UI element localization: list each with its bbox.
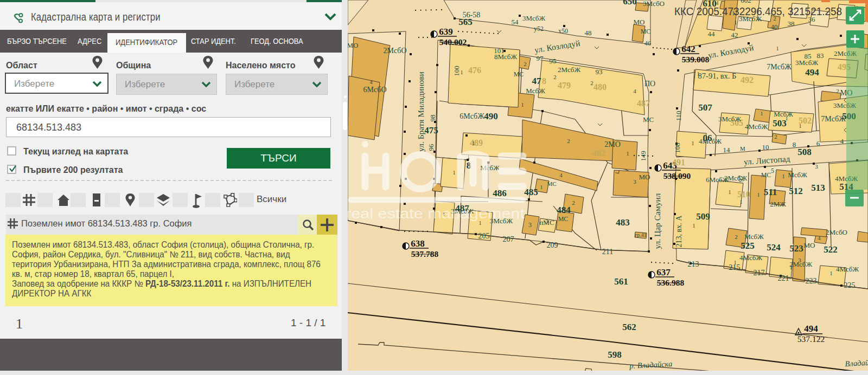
svg-text:2: 2 (572, 199, 575, 206)
svg-text:44: 44 (708, 30, 716, 38)
svg-text:42: 42 (731, 31, 738, 39)
svg-text:6МсбЖ: 6МсбЖ (459, 112, 484, 120)
svg-text:487: 487 (637, 99, 650, 108)
svg-text:2: 2 (524, 61, 527, 67)
svg-text:7МсбЖ: 7МсбЖ (821, 115, 846, 123)
svg-text:1: 1 (692, 140, 694, 146)
svg-text:602: 602 (741, 0, 751, 4)
svg-text:гр.41: гр.41 (635, 232, 647, 238)
svg-text:1: 1 (693, 223, 695, 229)
svg-text:3: 3 (528, 221, 532, 229)
svg-text:46: 46 (644, 40, 651, 47)
svg-text:1: 1 (740, 199, 743, 205)
svg-text:4: 4 (559, 172, 563, 178)
svg-text:3: 3 (815, 163, 818, 170)
svg-text:х50: х50 (558, 27, 568, 35)
svg-text:638: 638 (411, 238, 425, 249)
svg-text:479: 479 (558, 81, 571, 90)
svg-text:10: 10 (762, 143, 769, 151)
svg-text:2: 2 (774, 133, 777, 140)
svg-text:1: 1 (830, 270, 833, 276)
svg-text:598: 598 (608, 350, 622, 360)
svg-text:5: 5 (771, 167, 774, 174)
svg-text:47: 47 (532, 76, 542, 86)
svg-text:Владай: Владай (845, 358, 868, 368)
svg-text:108: 108 (673, 143, 681, 153)
svg-text:МО: МО (634, 18, 645, 26)
svg-text:508: 508 (797, 147, 812, 157)
svg-text:4: 4 (840, 137, 844, 145)
svg-text:221: 221 (778, 274, 789, 282)
svg-text:4МсбЖ: 4МсбЖ (836, 265, 859, 273)
svg-text:40: 40 (771, 23, 778, 31)
svg-text:492: 492 (741, 75, 754, 85)
svg-text:1: 1 (782, 173, 785, 179)
svg-text:522: 522 (824, 244, 838, 255)
svg-text:МсбЖ: МсбЖ (774, 110, 793, 118)
svg-text:2: 2 (735, 234, 738, 240)
svg-text:1: 1 (521, 102, 524, 108)
svg-text:1: 1 (540, 184, 543, 190)
svg-text:6МсбО: 6МсбО (363, 86, 386, 94)
svg-text:4МсбЖ: 4МсбЖ (745, 122, 768, 131)
svg-text:476: 476 (468, 66, 481, 75)
svg-text:1: 1 (461, 69, 463, 75)
svg-text:97: 97 (737, 176, 745, 182)
svg-text:МС: МС (641, 28, 651, 35)
svg-text:650: 650 (623, 0, 637, 7)
svg-text:ККС 2005.4732296.465, 321521.2: ККС 2005.4732296.465, 321521.258 (674, 5, 842, 17)
svg-text:МсбЖ: МсбЖ (744, 232, 764, 241)
svg-text:1: 1 (786, 115, 788, 121)
svg-text:3МсбЖ: 3МсбЖ (718, 115, 742, 123)
svg-text:1: 1 (473, 140, 475, 146)
svg-text:509: 509 (696, 211, 710, 222)
svg-text:480: 480 (593, 82, 607, 92)
svg-text:1: 1 (627, 151, 629, 157)
svg-text:98: 98 (429, 115, 437, 122)
svg-text:503: 503 (773, 118, 787, 128)
svg-text:3: 3 (545, 218, 548, 224)
svg-text:2: 2 (567, 138, 570, 144)
svg-text:7МсбЖ: 7МсбЖ (767, 63, 792, 71)
svg-text:8: 8 (542, 76, 546, 86)
svg-text:512: 512 (789, 186, 803, 196)
svg-text:4: 4 (369, 79, 373, 85)
svg-text:217: 217 (754, 269, 765, 277)
svg-text:МО: МО (348, 41, 358, 49)
svg-text:14: 14 (723, 146, 731, 154)
svg-text:205: 205 (478, 232, 490, 240)
svg-text:1: 1 (790, 264, 793, 270)
svg-text:96: 96 (427, 144, 435, 151)
svg-text:4МсбЖ: 4МсбЖ (699, 137, 722, 145)
svg-text:100: 100 (452, 66, 461, 76)
svg-text:1: 1 (697, 71, 700, 77)
svg-text:482: 482 (592, 148, 605, 158)
svg-text:6: 6 (816, 139, 820, 147)
svg-text:МС: МС (643, 115, 654, 124)
svg-text:2МсбЖ: 2МсбЖ (558, 66, 581, 74)
svg-text:511: 511 (764, 187, 777, 197)
svg-text:МО: МО (639, 173, 650, 181)
svg-text:8МсбЖ: 8МсбЖ (494, 53, 518, 61)
svg-text:637: 637 (656, 267, 671, 277)
svg-text:2МсбО: 2МсбО (383, 47, 406, 55)
svg-text:ул. Цар Самуил: ул. Цар Самуил (653, 193, 662, 249)
svg-text:87-91, вх. Б: 87-91, вх. Б (698, 72, 737, 80)
svg-text:МС: МС (558, 215, 569, 223)
svg-text:54: 54 (512, 18, 519, 26)
svg-text:3: 3 (798, 257, 801, 263)
svg-text:3МсбЖ: 3МсбЖ (795, 59, 819, 67)
svg-text:97: 97 (537, 54, 544, 62)
svg-text:у52: у52 (534, 25, 544, 33)
svg-text:490: 490 (484, 111, 498, 121)
svg-text:38: 38 (788, 20, 795, 28)
svg-text:2: 2 (836, 88, 839, 94)
svg-text:1: 1 (799, 123, 802, 129)
svg-text:М: М (740, 145, 745, 152)
svg-text:213: 213 (688, 260, 699, 268)
svg-text:93: 93 (596, 68, 603, 76)
svg-text:1: 1 (776, 46, 779, 51)
svg-text:483: 483 (616, 217, 630, 228)
svg-text:4: 4 (818, 235, 821, 241)
svg-text:209: 209 (547, 241, 558, 249)
